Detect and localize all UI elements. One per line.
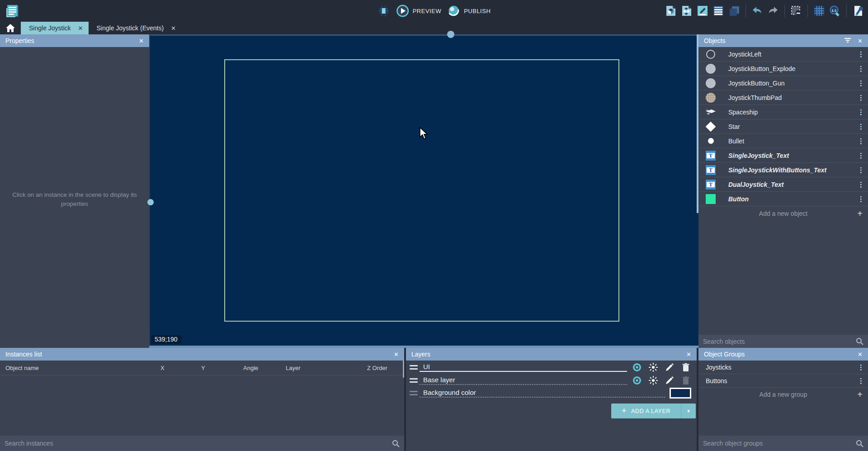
object-groups-search-bar[interactable] (698, 436, 868, 451)
visibility-eye-icon[interactable] (632, 375, 642, 386)
add-group-label: Add a new group (760, 391, 807, 398)
canvas-top-scrollbar-thumb[interactable] (447, 31, 454, 38)
add-layer-dropdown[interactable]: ▼ (681, 404, 696, 418)
tab-single-joystick[interactable]: Single Joystick ✕ (21, 22, 89, 34)
drag-handle-icon[interactable] (410, 365, 420, 370)
add-group-row[interactable]: Add a new group + (698, 388, 868, 401)
search-object-groups-input[interactable] (703, 440, 856, 447)
sprite-disc-icon (705, 78, 717, 88)
layer-name: Base layer (421, 375, 457, 385)
game-window-frame (224, 59, 619, 322)
add-object-row[interactable]: Add a new object + (698, 206, 868, 221)
visibility-eye-icon[interactable] (632, 362, 642, 373)
object-groups-icon[interactable] (680, 5, 693, 17)
plus-icon[interactable]: + (857, 389, 863, 400)
edit-scene-icon[interactable] (696, 5, 709, 17)
clear-selection-icon[interactable] (790, 5, 802, 17)
instances-search-bar[interactable] (0, 436, 404, 451)
layers-editor-icon[interactable] (728, 5, 741, 17)
object-menu-icon[interactable]: ⋮ (858, 50, 864, 58)
scene-properties-icon[interactable] (852, 5, 864, 17)
background-color-swatch[interactable] (670, 388, 691, 399)
object-menu-icon[interactable]: ⋮ (858, 94, 864, 102)
undo-icon[interactable] (751, 5, 764, 17)
delete-trash-icon[interactable] (680, 362, 691, 373)
close-icon[interactable]: ✕ (858, 351, 863, 358)
layer-row-ui[interactable]: UI (406, 361, 697, 374)
edit-pencil-icon[interactable] (664, 375, 675, 386)
debugger-icon[interactable] (377, 5, 390, 17)
object-menu-icon[interactable]: ⋮ (858, 180, 864, 189)
object-row[interactable]: JoystickLeft ⋮ (698, 47, 868, 62)
redo-icon[interactable] (767, 5, 779, 17)
object-row[interactable]: JoystickButton_Explode ⋮ (698, 62, 868, 76)
bullet-icon (705, 138, 717, 144)
canvas-vertical-scrollbar-track[interactable] (149, 34, 150, 348)
object-menu-icon[interactable]: ⋮ (858, 152, 864, 160)
svg-text:1:1: 1:1 (832, 9, 837, 13)
canvas-left-scrollbar-thumb[interactable] (147, 199, 154, 205)
column-x: X (160, 365, 165, 371)
plus-icon[interactable]: + (857, 209, 863, 219)
edit-pencil-icon[interactable] (664, 362, 675, 373)
object-menu-icon[interactable]: ⋮ (858, 123, 864, 131)
publish-button[interactable]: PUBLISH (448, 5, 491, 17)
object-row[interactable]: T DualJoystick_Text ⋮ (698, 177, 868, 192)
add-layer-label: ADD A LAYER (631, 408, 670, 414)
search-objects-input[interactable] (703, 338, 856, 345)
toolbar-separator (745, 5, 746, 17)
preview-label: PREVIEW (413, 8, 441, 14)
home-tab-button[interactable] (0, 22, 21, 34)
object-row[interactable]: JoystickButton_Gun ⋮ (698, 76, 868, 90)
close-icon[interactable]: ✕ (394, 351, 399, 358)
object-name: SingleJoystickWithButtons_Text (728, 166, 826, 174)
group-row[interactable]: Joysticks ⋮ (698, 361, 868, 374)
object-row[interactable]: Star ⋮ (698, 119, 868, 134)
filter-icon[interactable] (844, 37, 851, 45)
object-menu-icon[interactable]: ⋮ (858, 108, 864, 116)
object-menu-icon[interactable]: ⋮ (858, 79, 864, 87)
column-angle: Angle (243, 365, 258, 371)
object-row[interactable]: Bullet ⋮ (698, 134, 868, 148)
layer-name-field[interactable]: UI (420, 363, 627, 372)
object-menu-icon[interactable]: ⋮ (858, 137, 864, 145)
object-menu-icon[interactable]: ⋮ (858, 195, 864, 203)
group-row[interactable]: Buttons ⋮ (698, 374, 868, 388)
tab-single-joystick-events[interactable]: Single Joystick (Events) ✕ (89, 22, 182, 34)
close-icon[interactable]: ✕ (139, 38, 144, 44)
object-menu-icon[interactable]: ⋮ (858, 65, 864, 73)
layer-row-base[interactable]: Base layer (406, 374, 697, 387)
close-icon[interactable]: ✕ (686, 351, 691, 358)
layer-effects-icon[interactable] (648, 362, 659, 373)
zoom-1to1-icon[interactable]: 1:1 (829, 5, 841, 17)
drag-handle-icon[interactable] (410, 378, 420, 383)
group-menu-icon[interactable]: ⋮ (858, 363, 864, 371)
search-instances-input[interactable] (5, 440, 392, 447)
object-row[interactable]: T SingleJoystickWithButtons_Text ⋮ (698, 163, 868, 177)
properties-list-icon[interactable] (712, 5, 725, 17)
preview-button[interactable]: PREVIEW (396, 5, 441, 17)
properties-panel-title: Properties (5, 37, 34, 44)
object-row[interactable]: Button ⋮ (698, 192, 868, 206)
canvas-horizontal-scrollbar-track[interactable] (149, 34, 698, 36)
object-menu-icon[interactable]: ⋮ (858, 166, 864, 174)
group-menu-icon[interactable]: ⋮ (858, 377, 864, 385)
objects-search-bar[interactable] (698, 335, 868, 348)
object-row[interactable]: Spaceship ⋮ (698, 105, 868, 119)
gdevelop-app: PREVIEW PUBLISH (0, 0, 868, 451)
app-menu-icon[interactable] (5, 3, 21, 19)
layer-effects-icon[interactable] (648, 375, 659, 386)
background-color-field[interactable]: Background color (420, 389, 665, 398)
add-object-icon[interactable] (665, 5, 677, 17)
layer-name-field[interactable]: Base layer (420, 376, 627, 385)
add-layer-button[interactable]: + ADD A LAYER ▼ (611, 404, 696, 418)
grid-icon[interactable] (813, 5, 826, 17)
object-row[interactable]: JoystickThumbPad ⋮ (698, 90, 868, 105)
object-row[interactable]: T SingleJoystick_Text ⋮ (698, 148, 868, 163)
tab-close-icon[interactable]: ✕ (171, 25, 176, 32)
scene-canvas[interactable]: 539;190 (149, 34, 698, 348)
close-icon[interactable]: ✕ (858, 38, 863, 44)
tab-close-icon[interactable]: ✕ (78, 25, 83, 32)
background-color-row[interactable]: Background color (406, 387, 697, 399)
instances-columns-header: Object name X Y Angle Layer Z Order (0, 361, 404, 375)
